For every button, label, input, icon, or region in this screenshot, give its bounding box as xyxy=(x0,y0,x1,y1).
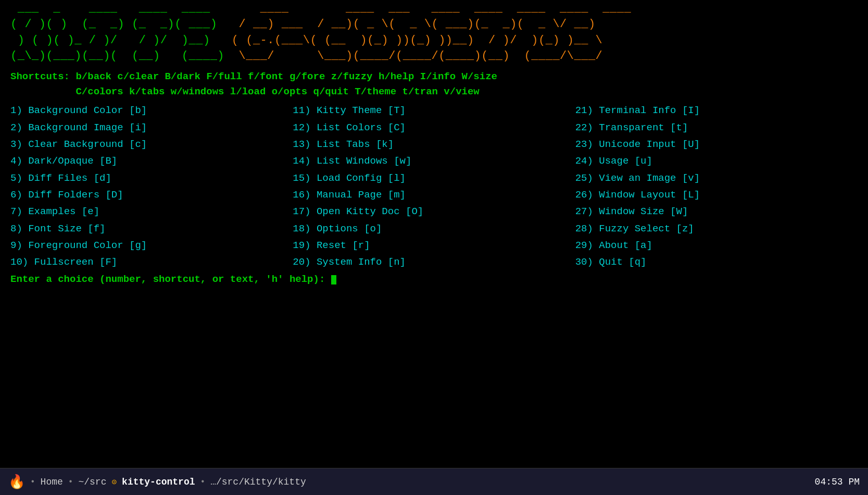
menu-item[interactable]: 27) Window Size [W] xyxy=(575,203,858,220)
taskbar-circle-icon: ⊙ xyxy=(111,477,117,487)
prompt-area: Enter a choice (number, shortcut, or tex… xyxy=(10,274,858,285)
menu-item[interactable]: 22) Transparent [t] xyxy=(575,119,858,136)
prompt-text: Enter a choice (number, shortcut, or tex… xyxy=(10,274,331,285)
taskbar-item-home[interactable]: Home xyxy=(41,477,63,487)
menu-item[interactable]: 11) Kitty Theme [T] xyxy=(293,102,575,119)
menu-item[interactable]: 3) Clear Background [c] xyxy=(10,136,293,153)
ascii-final-pre: ___ _ ____ ____ ____ ____ ____ ___ ____ … xyxy=(10,1,858,64)
shortcuts-line2: C/colors k/tabs w/windows l/load o/opts … xyxy=(10,84,858,100)
taskbar-item-active[interactable]: kitty-control xyxy=(122,477,195,487)
menu-item[interactable]: 1) Background Color [b] xyxy=(10,102,293,119)
menu-item[interactable]: 12) List Colors [C] xyxy=(293,119,575,136)
menu-item[interactable]: 4) Dark/Opaque [B] xyxy=(10,153,293,169)
menu-item[interactable]: 20) System Info [n] xyxy=(293,254,575,270)
menu-column-1: 1) Background Color [b] 2) Background Im… xyxy=(10,102,293,270)
cursor xyxy=(331,275,336,284)
menu-item[interactable]: 23) Unicode Input [U] xyxy=(575,136,858,153)
menu-item[interactable]: 8) Font Size [f] xyxy=(10,220,293,237)
menu-item[interactable]: 30) Quit [q] xyxy=(575,254,858,270)
menu-item[interactable]: 2) Background Image [i] xyxy=(10,119,293,136)
menu-item[interactable]: 6) Diff Folders [D] xyxy=(10,187,293,203)
taskbar-dot-3: • xyxy=(200,477,206,487)
taskbar-dot-1: • xyxy=(30,477,35,487)
menu-column-2: 11) Kitty Theme [T]12) List Colors [C]13… xyxy=(293,102,575,270)
menu-area: 1) Background Color [b] 2) Background Im… xyxy=(10,102,858,270)
menu-column-3: 21) Terminal Info [I]22) Transparent [t]… xyxy=(575,102,858,270)
menu-item[interactable]: 16) Manual Page [m] xyxy=(293,187,575,203)
menu-item[interactable]: 29) About [a] xyxy=(575,237,858,254)
menu-item[interactable]: 21) Terminal Info [I] xyxy=(575,102,858,119)
menu-item[interactable]: 10) Fullscreen [F] xyxy=(10,254,293,270)
taskbar-item-kitty[interactable]: …/src/Kitty/kitty xyxy=(210,477,306,487)
taskbar: 🔥 • Home • ~/src ⊙ kitty-control • …/src… xyxy=(0,468,868,495)
taskbar-dot-2: • xyxy=(68,477,73,487)
menu-item[interactable]: 14) List Windows [w] xyxy=(293,153,575,169)
menu-item[interactable]: 19) Reset [r] xyxy=(293,237,575,254)
shortcuts-line1: Shortcuts: b/back c/clear B/dark F/full … xyxy=(10,69,858,84)
taskbar-flame-icon: 🔥 xyxy=(8,474,25,490)
ascii-art-final: ___ _ ____ ____ ____ ____ ____ ___ ____ … xyxy=(10,1,858,64)
menu-item[interactable]: 25) View an Image [v] xyxy=(575,170,858,187)
shortcuts-area: Shortcuts: b/back c/clear B/dark F/full … xyxy=(10,69,858,99)
menu-item[interactable]: 9) Foreground Color [g] xyxy=(10,237,293,254)
menu-item[interactable]: 26) Window Layout [L] xyxy=(575,187,858,203)
menu-item[interactable]: 15) Load Config [l] xyxy=(293,170,575,187)
menu-item[interactable]: 17) Open Kitty Doc [O] xyxy=(293,203,575,220)
menu-item[interactable]: 13) List Tabs [k] xyxy=(293,136,575,153)
taskbar-item-src[interactable]: ~/src xyxy=(78,477,106,487)
menu-item[interactable]: 18) Options [o] xyxy=(293,220,575,237)
menu-item[interactable]: 28) Fuzzy Select [z] xyxy=(575,220,858,237)
menu-item[interactable]: 5) Diff Files [d] xyxy=(10,170,293,187)
menu-item[interactable]: 24) Usage [u] xyxy=(575,153,858,169)
main-area: ___ ___ ____ ____ ____ ____ __ ___ ____ … xyxy=(0,0,868,468)
taskbar-time: 04:53 PM xyxy=(815,477,860,487)
menu-item[interactable]: 7) Examples [e] xyxy=(10,203,293,220)
